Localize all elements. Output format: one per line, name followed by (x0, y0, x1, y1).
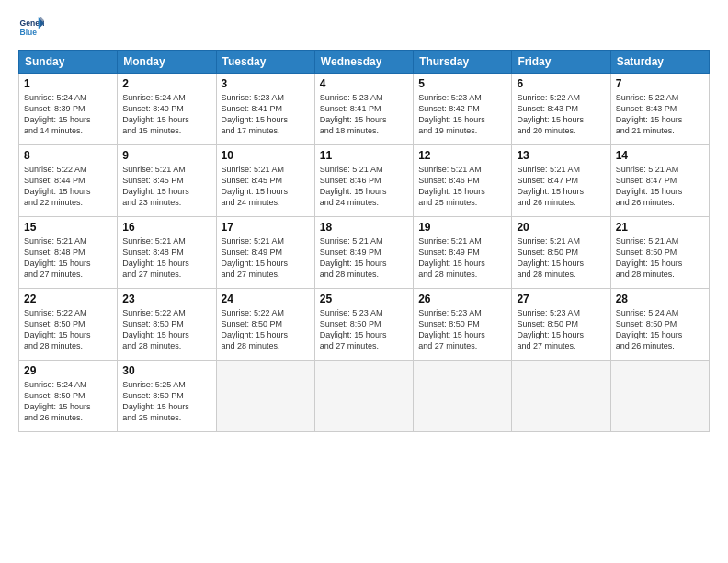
col-thursday: Thursday (414, 51, 512, 74)
calendar-week-row: 29Sunrise: 5:24 AM Sunset: 8:50 PM Dayli… (19, 361, 710, 432)
day-number: 29 (24, 364, 112, 377)
day-number: 9 (122, 149, 210, 162)
day-number: 8 (24, 149, 112, 162)
day-number: 30 (122, 364, 210, 377)
day-info: Sunrise: 5:23 AM Sunset: 8:50 PM Dayligh… (320, 307, 408, 352)
table-row (414, 361, 512, 432)
day-info: Sunrise: 5:23 AM Sunset: 8:50 PM Dayligh… (517, 307, 605, 352)
day-info: Sunrise: 5:22 AM Sunset: 8:50 PM Dayligh… (222, 307, 310, 352)
day-info: Sunrise: 5:22 AM Sunset: 8:50 PM Dayligh… (24, 307, 112, 352)
col-monday: Monday (118, 51, 216, 74)
day-info: Sunrise: 5:21 AM Sunset: 8:46 PM Dayligh… (320, 164, 408, 209)
day-number: 17 (222, 221, 310, 234)
calendar-table: Sunday Monday Tuesday Wednesday Thursday… (18, 50, 710, 432)
table-row: 26Sunrise: 5:23 AM Sunset: 8:50 PM Dayli… (414, 289, 512, 361)
day-info: Sunrise: 5:21 AM Sunset: 8:46 PM Dayligh… (418, 164, 506, 209)
day-number: 27 (517, 293, 605, 305)
col-tuesday: Tuesday (216, 51, 314, 74)
table-row: 20Sunrise: 5:21 AM Sunset: 8:50 PM Dayli… (512, 217, 610, 289)
day-info: Sunrise: 5:21 AM Sunset: 8:47 PM Dayligh… (517, 164, 605, 209)
day-number: 22 (24, 293, 112, 305)
table-row: 5Sunrise: 5:23 AM Sunset: 8:42 PM Daylig… (414, 74, 512, 145)
calendar-week-row: 8Sunrise: 5:22 AM Sunset: 8:44 PM Daylig… (19, 145, 710, 217)
day-info: Sunrise: 5:24 AM Sunset: 8:39 PM Dayligh… (24, 92, 112, 137)
table-row (216, 361, 314, 432)
col-friday: Friday (512, 51, 610, 74)
table-row: 13Sunrise: 5:21 AM Sunset: 8:47 PM Dayli… (512, 145, 610, 217)
table-row: 6Sunrise: 5:22 AM Sunset: 8:43 PM Daylig… (512, 74, 610, 145)
day-number: 21 (616, 221, 704, 234)
day-number: 6 (517, 77, 605, 90)
day-number: 15 (24, 221, 112, 234)
table-row: 17Sunrise: 5:21 AM Sunset: 8:49 PM Dayli… (216, 217, 314, 289)
table-row (610, 361, 709, 432)
day-info: Sunrise: 5:21 AM Sunset: 8:49 PM Dayligh… (320, 236, 408, 281)
table-row: 14Sunrise: 5:21 AM Sunset: 8:47 PM Dayli… (610, 145, 709, 217)
day-info: Sunrise: 5:22 AM Sunset: 8:43 PM Dayligh… (517, 92, 605, 137)
day-info: Sunrise: 5:21 AM Sunset: 8:45 PM Dayligh… (122, 164, 210, 209)
table-row: 11Sunrise: 5:21 AM Sunset: 8:46 PM Dayli… (314, 145, 413, 217)
header: General Blue (18, 15, 710, 40)
day-info: Sunrise: 5:21 AM Sunset: 8:50 PM Dayligh… (616, 236, 704, 281)
col-saturday: Saturday (610, 51, 709, 74)
day-number: 18 (320, 221, 408, 234)
day-info: Sunrise: 5:21 AM Sunset: 8:45 PM Dayligh… (222, 164, 310, 209)
table-row: 7Sunrise: 5:22 AM Sunset: 8:43 PM Daylig… (610, 74, 709, 145)
day-info: Sunrise: 5:24 AM Sunset: 8:40 PM Dayligh… (122, 92, 210, 137)
svg-text:Blue: Blue (20, 28, 38, 37)
day-info: Sunrise: 5:21 AM Sunset: 8:50 PM Dayligh… (517, 236, 605, 281)
day-number: 13 (517, 149, 605, 162)
day-info: Sunrise: 5:22 AM Sunset: 8:50 PM Dayligh… (122, 307, 210, 352)
table-row: 4Sunrise: 5:23 AM Sunset: 8:41 PM Daylig… (314, 74, 413, 145)
day-info: Sunrise: 5:23 AM Sunset: 8:41 PM Dayligh… (222, 92, 310, 137)
day-number: 4 (320, 77, 408, 90)
day-info: Sunrise: 5:23 AM Sunset: 8:41 PM Dayligh… (320, 92, 408, 137)
logo-icon: General Blue (18, 15, 44, 40)
calendar-header-row: Sunday Monday Tuesday Wednesday Thursday… (19, 51, 710, 74)
table-row: 22Sunrise: 5:22 AM Sunset: 8:50 PM Dayli… (19, 289, 118, 361)
table-row (512, 361, 610, 432)
col-wednesday: Wednesday (314, 51, 413, 74)
day-number: 20 (517, 221, 605, 234)
day-info: Sunrise: 5:24 AM Sunset: 8:50 PM Dayligh… (24, 379, 112, 424)
day-info: Sunrise: 5:22 AM Sunset: 8:44 PM Dayligh… (24, 164, 112, 209)
day-number: 19 (418, 221, 506, 234)
day-number: 5 (418, 77, 506, 90)
day-info: Sunrise: 5:23 AM Sunset: 8:50 PM Dayligh… (418, 307, 506, 352)
table-row: 12Sunrise: 5:21 AM Sunset: 8:46 PM Dayli… (414, 145, 512, 217)
table-row: 2Sunrise: 5:24 AM Sunset: 8:40 PM Daylig… (118, 74, 216, 145)
table-row: 25Sunrise: 5:23 AM Sunset: 8:50 PM Dayli… (314, 289, 413, 361)
day-info: Sunrise: 5:24 AM Sunset: 8:50 PM Dayligh… (616, 307, 704, 352)
day-number: 26 (418, 293, 506, 305)
day-info: Sunrise: 5:21 AM Sunset: 8:48 PM Dayligh… (122, 236, 210, 281)
day-info: Sunrise: 5:21 AM Sunset: 8:48 PM Dayligh… (24, 236, 112, 281)
table-row: 28Sunrise: 5:24 AM Sunset: 8:50 PM Dayli… (610, 289, 709, 361)
day-number: 11 (320, 149, 408, 162)
day-number: 7 (616, 77, 704, 90)
day-number: 24 (222, 293, 310, 305)
day-number: 28 (616, 293, 704, 305)
day-number: 1 (24, 77, 112, 90)
day-number: 14 (616, 149, 704, 162)
table-row: 18Sunrise: 5:21 AM Sunset: 8:49 PM Dayli… (314, 217, 413, 289)
day-info: Sunrise: 5:22 AM Sunset: 8:43 PM Dayligh… (616, 92, 704, 137)
table-row: 8Sunrise: 5:22 AM Sunset: 8:44 PM Daylig… (19, 145, 118, 217)
table-row: 29Sunrise: 5:24 AM Sunset: 8:50 PM Dayli… (19, 361, 118, 432)
table-row: 16Sunrise: 5:21 AM Sunset: 8:48 PM Dayli… (118, 217, 216, 289)
day-number: 12 (418, 149, 506, 162)
table-row: 19Sunrise: 5:21 AM Sunset: 8:49 PM Dayli… (414, 217, 512, 289)
day-info: Sunrise: 5:21 AM Sunset: 8:49 PM Dayligh… (222, 236, 310, 281)
table-row: 23Sunrise: 5:22 AM Sunset: 8:50 PM Dayli… (118, 289, 216, 361)
table-row (314, 361, 413, 432)
day-number: 16 (122, 221, 210, 234)
day-number: 3 (222, 77, 310, 90)
day-info: Sunrise: 5:25 AM Sunset: 8:50 PM Dayligh… (122, 379, 210, 424)
col-sunday: Sunday (19, 51, 118, 74)
logo: General Blue (18, 15, 48, 40)
calendar-week-row: 1Sunrise: 5:24 AM Sunset: 8:39 PM Daylig… (19, 74, 710, 145)
day-number: 10 (222, 149, 310, 162)
table-row: 24Sunrise: 5:22 AM Sunset: 8:50 PM Dayli… (216, 289, 314, 361)
table-row: 10Sunrise: 5:21 AM Sunset: 8:45 PM Dayli… (216, 145, 314, 217)
day-number: 23 (122, 293, 210, 305)
day-info: Sunrise: 5:21 AM Sunset: 8:47 PM Dayligh… (616, 164, 704, 209)
